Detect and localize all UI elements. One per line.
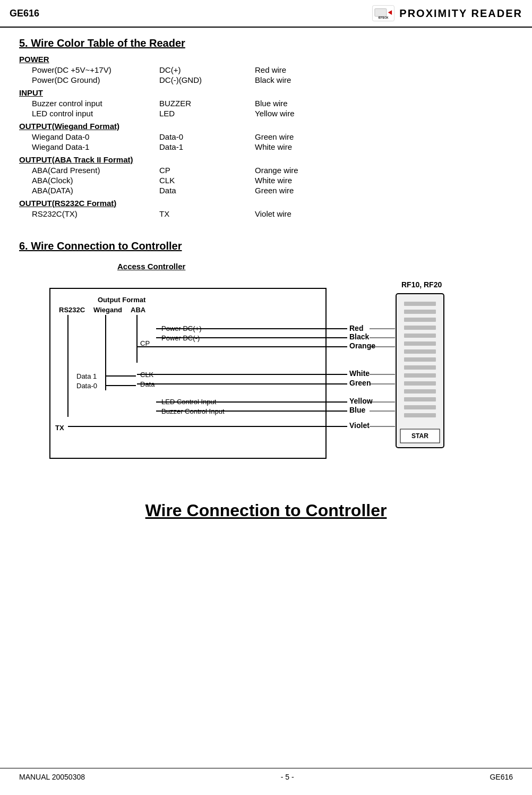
category-wiegand: OUTPUT(Wiegand Format) Wiegand Data-0 Da… [19, 122, 513, 152]
wire-signal: DC(+) [159, 65, 255, 74]
section5: 5. Wire Color Table of the Reader POWER … [19, 37, 513, 219]
category-aba-label: OUTPUT(ABA Track II Format) [19, 155, 513, 164]
svg-text:RS232C: RS232C [59, 306, 85, 314]
category-wiegand-label: OUTPUT(Wiegand Format) [19, 122, 513, 131]
wire-row-aba-data: ABA(DATA) Data Green wire [19, 185, 513, 195]
wire-desc: Wiegand Data-1 [32, 142, 159, 151]
category-power: POWER Power(DC +5V~+17V) DC(+) Red wire … [19, 55, 513, 85]
wire-color: Yellow wire [255, 109, 294, 118]
svg-rect-67 [404, 413, 436, 417]
category-input-label: INPUT [19, 88, 513, 97]
section6: 6. Wire Connection to Controller Access … [19, 240, 513, 485]
svg-text:RF10, RF20: RF10, RF20 [401, 280, 442, 289]
svg-text:Data 1: Data 1 [76, 372, 97, 380]
wire-signal: LED [159, 109, 255, 118]
svg-rect-52 [396, 294, 444, 448]
wire-color: Orange wire [255, 166, 298, 175]
wire-row-tx: RS232C(TX) TX Violet wire [19, 209, 513, 219]
svg-text:Black: Black [349, 332, 370, 341]
wire-signal: Data-0 [159, 132, 255, 141]
wiring-diagram: Access Controller Output Format RS232C W… [19, 262, 513, 485]
model-label: GE616 [10, 8, 39, 19]
wire-row-power-neg: Power(DC Ground) DC(-)(GND) Black wire [19, 75, 513, 85]
category-rs232c: OUTPUT(RS232C Format) RS232C(TX) TX Viol… [19, 199, 513, 219]
wire-desc: ABA(Card Present) [32, 166, 159, 175]
svg-rect-57 [404, 334, 436, 338]
wire-desc: Buzzer control input [32, 99, 159, 108]
wire-desc: Power(DC Ground) [32, 75, 159, 84]
wire-desc: Power(DC +5V~+17V) [32, 65, 159, 74]
access-controller-label: Access Controller [117, 262, 185, 271]
wire-signal: TX [159, 209, 255, 218]
wire-row-buzzer: Buzzer control input BUZZER Blue wire [19, 98, 513, 108]
svg-text:Violet: Violet [349, 421, 370, 430]
section6-title: 6. Wire Connection to Controller [19, 240, 513, 252]
wire-signal: BUZZER [159, 99, 255, 108]
wire-row-data0: Wiegand Data-0 Data-0 Green wire [19, 132, 513, 142]
svg-text:Orange: Orange [349, 341, 375, 350]
svg-text:STAR: STAR [411, 432, 428, 440]
wire-color: Red wire [255, 65, 286, 74]
svg-rect-59 [404, 349, 436, 354]
svg-text:CP: CP [140, 339, 150, 347]
svg-rect-63 [404, 381, 436, 386]
footer-center: - 5 - [281, 773, 294, 781]
wire-color: Violet wire [255, 209, 291, 218]
wire-row-power-pos: Power(DC +5V~+17V) DC(+) Red wire [19, 65, 513, 75]
wire-desc: Wiegand Data-0 [32, 132, 159, 141]
category-power-label: POWER [19, 55, 513, 64]
wire-desc: ABA(Clock) [32, 176, 159, 185]
wire-row-data1: Wiegand Data-1 Data-1 White wire [19, 142, 513, 152]
wire-color: Blue wire [255, 99, 288, 108]
svg-text:IDTECK: IDTECK [379, 16, 389, 19]
main-content: 5. Wire Color Table of the Reader POWER … [0, 28, 532, 546]
svg-rect-56 [404, 326, 436, 330]
svg-text:Output Format: Output Format [98, 296, 146, 304]
svg-rect-54 [404, 310, 436, 314]
svg-text:TX: TX [55, 424, 64, 432]
wire-signal: Data-1 [159, 142, 255, 151]
svg-rect-1 [375, 8, 387, 16]
idteck-logo-icon: IDTECK [372, 3, 395, 23]
wiring-diagram-svg: Output Format RS232C Wiegand ABA Data 1 … [19, 272, 532, 480]
page-header: GE616 IDTECK PROXIMITY READER [0, 0, 532, 28]
wire-color: White wire [255, 176, 292, 185]
svg-rect-58 [404, 341, 436, 346]
wire-desc: RS232C(TX) [32, 209, 159, 218]
wire-row-cp: ABA(Card Present) CP Orange wire [19, 165, 513, 175]
wire-color: Black wire [255, 75, 291, 84]
svg-rect-62 [404, 373, 436, 378]
svg-rect-60 [404, 357, 436, 362]
wire-color: White wire [255, 142, 292, 151]
svg-rect-55 [404, 318, 436, 322]
wire-signal: CLK [159, 176, 255, 185]
product-title: PROXIMITY READER [399, 7, 522, 20]
svg-rect-65 [404, 397, 436, 401]
svg-text:Red: Red [349, 324, 363, 332]
wire-table: POWER Power(DC +5V~+17V) DC(+) Red wire … [19, 55, 513, 219]
svg-rect-64 [404, 389, 436, 394]
category-input: INPUT Buzzer control input BUZZER Blue w… [19, 88, 513, 118]
page-footer: MANUAL 20050308 - 5 - GE616 [0, 768, 532, 785]
footer-title: Wire Connection to Controller [19, 501, 513, 520]
wire-row-led: LED control input LED Yellow wire [19, 108, 513, 118]
wire-row-clk: ABA(Clock) CLK White wire [19, 175, 513, 185]
wire-desc: LED control input [32, 109, 159, 118]
footer-left: MANUAL 20050308 [19, 773, 85, 781]
svg-text:Wiegand: Wiegand [93, 306, 122, 314]
svg-rect-61 [404, 365, 436, 370]
wire-signal: DC(-)(GND) [159, 75, 255, 84]
svg-text:White: White [349, 369, 370, 378]
wire-desc: ABA(DATA) [32, 186, 159, 195]
category-aba: OUTPUT(ABA Track II Format) ABA(Card Pre… [19, 155, 513, 195]
wire-signal: Data [159, 186, 255, 195]
svg-text:Blue: Blue [349, 406, 366, 414]
wire-signal: CP [159, 166, 255, 175]
svg-text:Yellow: Yellow [349, 397, 373, 405]
svg-text:Data-0: Data-0 [76, 382, 97, 390]
product-label-area: IDTECK PROXIMITY READER [372, 3, 522, 23]
wire-color: Green wire [255, 186, 294, 195]
svg-rect-66 [404, 405, 436, 409]
footer-right: GE616 [490, 773, 513, 781]
svg-rect-53 [404, 302, 436, 306]
